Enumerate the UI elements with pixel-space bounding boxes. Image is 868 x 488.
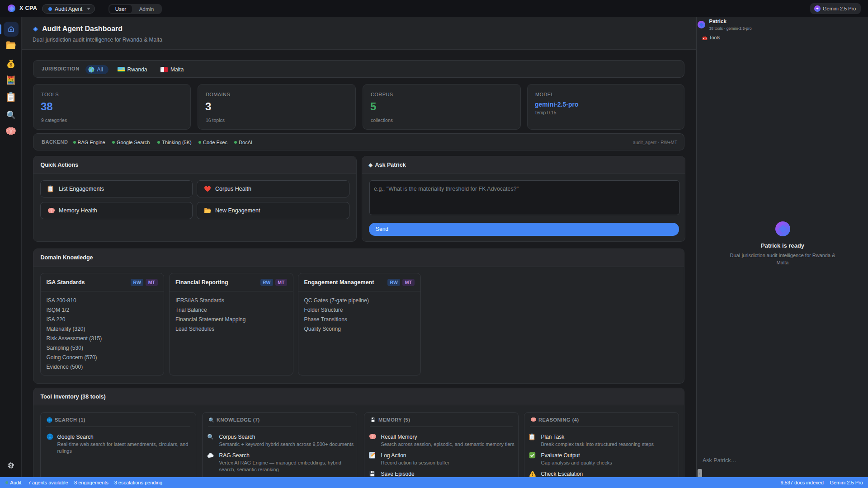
svg-text:$: $ <box>9 62 12 67</box>
